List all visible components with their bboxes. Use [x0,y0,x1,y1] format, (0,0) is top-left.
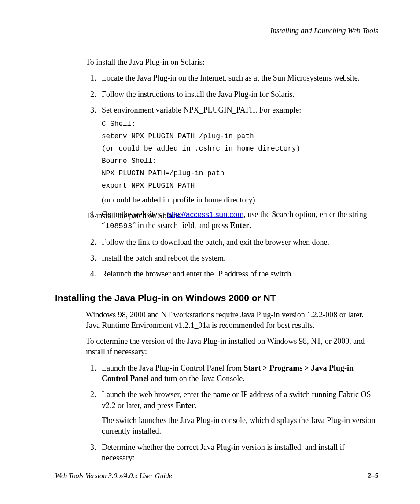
list-item: Launch the web browser, enter the name o… [98,389,378,436]
footer-doc-title: Web Tools Version 3.0.x/4.0.x User Guide [55,472,172,480]
windows-intro-1: Windows 98, 2000 and NT workstations req… [86,309,378,331]
step-sub-note: The switch launches the Java Plug-in con… [102,415,378,437]
windows-steps: Launch the Java Plug-in Control Panel fr… [86,363,378,463]
running-header: Installing and Launching Web Tools [55,26,378,35]
list-item: Go to the website at http://access1.sun.… [98,209,378,232]
header-rule [55,39,378,39]
list-item: Set environment variable NPX_PLUGIN_PATH… [98,105,378,206]
step-text-pre: Launch the Java Plug-in Control Panel fr… [102,364,243,372]
footer-page-number: 2–5 [368,472,378,480]
list-item: Relaunch the browser and enter the IP ad… [98,269,378,279]
list-item: Install the patch and reboot the system. [98,253,378,263]
step-text-pre: Launch the web browser, enter the name o… [102,390,371,409]
code-note: (or could be added in .profile in home d… [102,195,378,205]
list-item: Launch the Java Plug-in Control Panel fr… [98,363,378,384]
solaris-patch-steps: Go to the website at http://access1.sun.… [86,209,378,280]
enter-key: Enter [176,401,195,410]
enter-key: Enter [230,221,249,230]
code-block: C Shell: setenv NPX_PLUGIN_PATH /plug-in… [102,118,378,192]
step-text-post: and turn on the Java Console. [149,374,244,383]
search-code: 108593 [105,222,132,230]
windows-intro-2: To determine the version of the Java Plu… [86,336,378,357]
list-item: Follow the instructions to install the J… [98,89,378,99]
step-text-post: ” in the search field, and press [132,221,230,230]
footer-rule [55,468,378,468]
step-text-end: . [249,221,251,230]
solaris-install-steps: Locate the Java Plug-in on the Internet,… [86,73,378,205]
list-item: Locate the Java Plug-in on the Internet,… [98,73,378,83]
sun-access-link[interactable]: http://access1.sun.com [167,210,243,219]
intro-solaris-install: To install the Java Plug-in on Solaris: [86,57,378,67]
list-item: Follow the link to download the patch, a… [98,237,378,247]
list-item: Determine whether the correct Java Plug-… [98,442,378,464]
page-footer: Web Tools Version 3.0.x/4.0.x User Guide… [55,468,378,480]
section-heading-windows: Installing the Java Plug-in on Windows 2… [55,293,378,303]
step-text: Set environment variable NPX_PLUGIN_PATH… [102,106,301,114]
step-text-post: . [195,401,197,410]
step-text-pre: Go to the website at [102,210,167,219]
